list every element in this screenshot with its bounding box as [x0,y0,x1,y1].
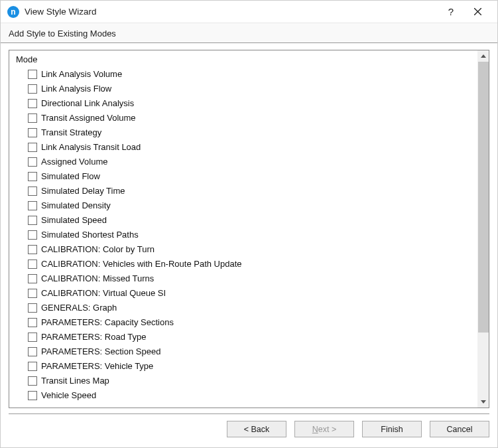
checkbox[interactable] [28,143,37,152]
list-item-label: Simulated Flow [41,169,100,184]
list-item-label: Link Analysis Transit Load [41,140,141,155]
checkbox[interactable] [28,347,37,356]
finish-button[interactable]: Finish [362,421,422,437]
checkbox[interactable] [28,289,37,298]
window-title: View Style Wizard [25,7,438,17]
checkbox[interactable] [28,260,37,269]
list-item[interactable]: GENERALS: Graph [28,301,477,315]
list-item-label: CALIBRATION: Virtual Queue SI [41,286,166,301]
list-item[interactable]: Assigned Volume [28,155,477,169]
checkbox[interactable] [28,216,37,225]
checkbox[interactable] [28,113,37,123]
list-item[interactable]: CALIBRATION: Vehicles with En-Route Path… [28,257,477,271]
checkbox[interactable] [28,230,37,240]
list-item[interactable]: Simulated Density [28,198,477,213]
list-item[interactable]: Transit Assigned Volume [28,111,477,125]
list-item-label: Link Analysis Volume [41,67,122,82]
list-item-label: Link Analysis Flow [41,82,111,96]
checkbox[interactable] [28,99,37,108]
list-item-label: Transit Lines Map [41,374,109,388]
checkbox[interactable] [28,274,37,283]
help-button[interactable]: ? [438,2,464,22]
list-item-label: Simulated Delay Time [41,184,125,198]
checkbox[interactable] [28,318,37,327]
checkbox[interactable] [28,172,37,181]
list-item-label: PARAMETERS: Section Speed [41,344,160,359]
list-item[interactable]: CALIBRATION: Color by Turn [28,242,477,257]
scroll-up-icon[interactable] [478,50,489,62]
list-item-label: PARAMETERS: Vehicle Type [41,359,153,374]
list-item-label: Transit Assigned Volume [41,111,136,125]
list-item[interactable]: Link Analysis Transit Load [28,140,477,155]
checkbox[interactable] [28,70,37,79]
mode-list-frame: Mode Link Analysis VolumeLink Analysis F… [9,50,489,408]
list-item[interactable]: PARAMETERS: Road Type [28,330,477,344]
checkbox[interactable] [28,187,37,196]
close-icon [474,8,481,15]
mode-list: Mode Link Analysis VolumeLink Analysis F… [9,50,477,408]
column-header-mode[interactable]: Mode [12,53,477,67]
list-item[interactable]: CALIBRATION: Virtual Queue SI [28,286,477,301]
checkbox[interactable] [28,303,37,313]
list-item[interactable]: Link Analysis Flow [28,82,477,96]
back-button[interactable]: < Back [227,421,286,437]
list-item-label: Assigned Volume [41,155,107,169]
list-item-label: Transit Strategy [41,125,101,140]
list-item-label: GENERALS: Graph [41,301,117,315]
content-area: Mode Link Analysis VolumeLink Analysis F… [1,43,497,413]
list-item[interactable]: Transit Lines Map [28,374,477,388]
scroll-down-icon[interactable] [478,396,489,408]
list-item-label: PARAMETERS: Capacity Sections [41,315,174,330]
cancel-button[interactable]: Cancel [430,421,489,437]
list-item[interactable]: Simulated Speed [28,213,477,228]
checkbox[interactable] [28,391,37,400]
checkbox[interactable] [28,245,37,254]
list-item[interactable]: Simulated Shortest Paths [28,228,477,242]
list-item-label: CALIBRATION: Vehicles with En-Route Path… [41,257,242,271]
list-item[interactable]: PARAMETERS: Vehicle Type [28,359,477,374]
list-item[interactable]: Transit Strategy [28,125,477,140]
list-item-label: Simulated Shortest Paths [41,228,139,242]
list-item[interactable]: Vehicle Speed [28,388,477,403]
list-item[interactable]: Simulated Delay Time [28,184,477,198]
footer-buttons: < Back Next > Finish Cancel [1,414,497,445]
checkbox[interactable] [28,362,37,371]
list-item[interactable]: Directional Link Analysis [28,96,477,111]
page-subtitle: Add Style to Existing Modes [1,23,497,43]
list-item-label: Directional Link Analysis [41,96,134,111]
list-item[interactable]: CALIBRATION: Missed Turns [28,271,477,286]
list-item-label: Vehicle Speed [41,388,96,403]
checkbox[interactable] [28,157,37,167]
checkbox[interactable] [28,376,37,386]
list-item-label: Simulated Speed [41,213,107,228]
checkbox[interactable] [28,333,37,342]
app-icon: n [7,6,19,18]
list-item-label: CALIBRATION: Missed Turns [41,271,154,286]
titlebar: n View Style Wizard ? [1,1,497,23]
next-button: Next > [294,421,354,437]
list-item-label: CALIBRATION: Color by Turn [41,242,155,257]
checkbox[interactable] [28,128,37,137]
close-button[interactable] [464,2,491,22]
checkbox[interactable] [28,201,37,210]
checkbox[interactable] [28,84,37,94]
list-item[interactable]: PARAMETERS: Capacity Sections [28,315,477,330]
list-item[interactable]: PARAMETERS: Section Speed [28,344,477,359]
list-item[interactable]: Simulated Flow [28,169,477,184]
list-item[interactable]: Link Analysis Volume [28,67,477,82]
scroll-thumb[interactable] [478,62,489,333]
vertical-scrollbar[interactable] [477,50,489,408]
list-item-label: PARAMETERS: Road Type [41,330,146,344]
list-item-label: Simulated Density [41,198,111,213]
